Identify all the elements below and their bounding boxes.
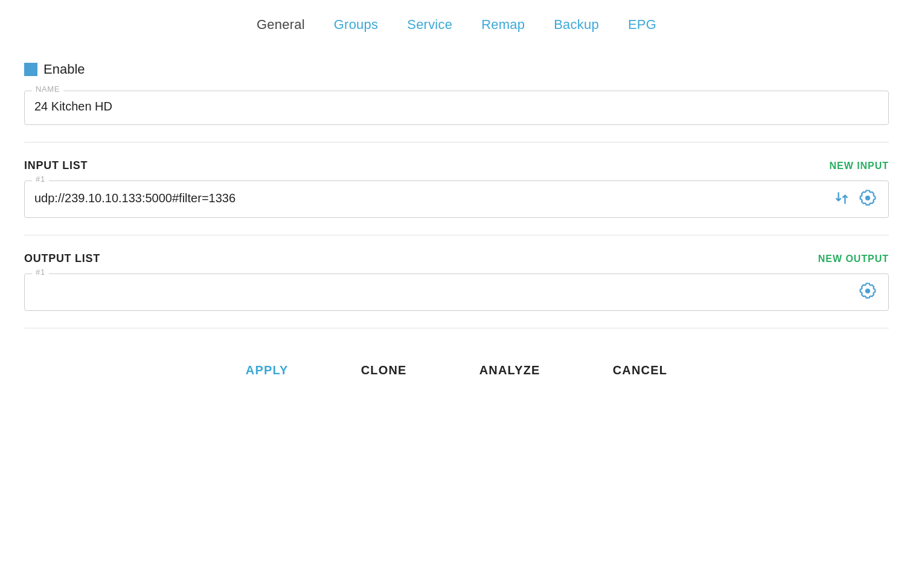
tabs-bar: General Groups Service Remap Backup EPG: [24, 0, 889, 45]
page-container: General Groups Service Remap Backup EPG …: [0, 0, 913, 588]
tab-backup[interactable]: Backup: [554, 17, 599, 33]
input-settings-button[interactable]: [857, 187, 879, 209]
tab-general[interactable]: General: [257, 17, 305, 33]
new-output-button[interactable]: NEW OUTPUT: [818, 254, 889, 264]
output-item-1-input[interactable]: [34, 282, 851, 301]
cancel-button[interactable]: CANCEL: [601, 357, 680, 383]
input-list-header: INPUT LIST NEW INPUT: [24, 159, 889, 172]
output-list-title: OUTPUT LIST: [24, 252, 100, 265]
input-item-1-row: [34, 187, 879, 209]
output-item-1-row: [34, 280, 879, 302]
sort-icon: [834, 190, 850, 206]
gear-icon: [858, 188, 877, 208]
name-legend: NAME: [32, 85, 63, 94]
tab-remap[interactable]: Remap: [481, 17, 525, 33]
tab-service[interactable]: Service: [407, 17, 452, 33]
output-gear-icon: [858, 281, 877, 301]
name-field-group: NAME: [24, 91, 889, 125]
apply-button[interactable]: APPLY: [234, 357, 301, 383]
tab-groups[interactable]: Groups: [334, 17, 378, 33]
new-input-button[interactable]: NEW INPUT: [830, 161, 889, 171]
output-item-1-number: #1: [32, 267, 49, 276]
enable-row: Enable: [24, 62, 889, 77]
output-settings-button[interactable]: [857, 280, 879, 302]
tab-epg[interactable]: EPG: [628, 17, 656, 33]
sort-button[interactable]: [833, 189, 851, 207]
divider-3: [24, 328, 889, 328]
output-list-header: OUTPUT LIST NEW OUTPUT: [24, 252, 889, 265]
output-item-1: #1: [24, 273, 889, 311]
input-list-title: INPUT LIST: [24, 159, 88, 172]
clone-button[interactable]: CLONE: [349, 357, 419, 383]
input-item-1-input[interactable]: [34, 189, 827, 208]
enable-checkbox[interactable]: [24, 63, 37, 76]
action-buttons: APPLY CLONE ANALYZE CANCEL: [24, 357, 889, 383]
enable-label: Enable: [43, 62, 85, 77]
divider-1: [24, 142, 889, 142]
analyze-button[interactable]: ANALYZE: [467, 357, 553, 383]
input-item-1: #1: [24, 181, 889, 218]
name-input[interactable]: [34, 97, 879, 116]
input-item-1-number: #1: [32, 174, 49, 184]
divider-2: [24, 235, 889, 235]
